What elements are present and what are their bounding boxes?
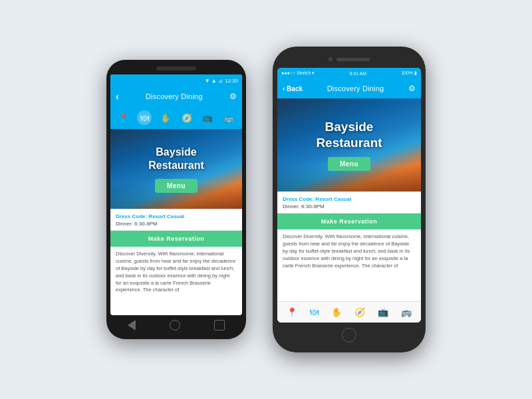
menu-button[interactable]: Menu xyxy=(155,179,198,193)
ios-description-text: Discover Diversity. With flavorsome, int… xyxy=(277,229,421,301)
ios-dinner-time-value: 6:30-9PM xyxy=(301,203,325,209)
ios-restaurant-name: BaysideRestaurant xyxy=(316,119,382,151)
explore-icon[interactable]: 🧭 xyxy=(180,110,194,125)
ios-back-button[interactable]: ‹ Back xyxy=(283,85,303,92)
ios-dress-code-value: Resort Casual xyxy=(315,196,351,202)
ios-menu-button[interactable]: Menu xyxy=(328,157,370,171)
android-status-icons: ▼ ▲ ⊿ xyxy=(205,78,223,84)
reservation-button[interactable]: Make Reservation xyxy=(110,231,242,247)
ios-reservation-button[interactable]: Make Reservation xyxy=(277,213,421,229)
ios-battery: 100% ▮ xyxy=(401,70,417,76)
ios-tab-bar: 📍 🍽 ✋ 🧭 📺 🚌 xyxy=(277,301,421,323)
android-screen: ▼ ▲ ⊿ 12:30 ‹ Discovery Dining ⚙ 📍 🍽 ✋ 🧭… xyxy=(110,74,242,315)
entertainment-icon[interactable]: 📺 xyxy=(200,110,215,125)
camera-dot xyxy=(329,57,332,61)
ios-status-bar: ●●●○○ Sketch ▾ 9:41 AM 100% ▮ xyxy=(277,68,421,78)
location-icon[interactable]: 📍 xyxy=(116,110,131,125)
android-phone: ▼ ▲ ⊿ 12:30 ‹ Discovery Dining ⚙ 📍 🍽 ✋ 🧭… xyxy=(106,60,246,339)
dress-code: Dress Code: Resort Casual xyxy=(116,213,237,219)
ios-speaker xyxy=(336,58,370,61)
info-section: Dress Code: Resort Casual Dinner: 6:30-9… xyxy=(110,209,242,231)
android-status-time: 12:30 xyxy=(225,78,238,84)
android-nav-bar xyxy=(110,318,242,332)
ios-screen: ●●●○○ Sketch ▾ 9:41 AM 100% ▮ ‹ Back Dis… xyxy=(277,68,421,323)
ios-home-bar xyxy=(277,326,421,344)
back-button[interactable]: ‹ xyxy=(116,91,119,102)
android-speaker xyxy=(156,66,196,70)
recent-nav-button[interactable] xyxy=(214,320,225,331)
ios-camera-bar xyxy=(277,55,421,64)
ios-tab-entertainment[interactable]: 📺 xyxy=(378,307,388,317)
ios-dress-code: Dress Code: Resort Casual xyxy=(283,196,416,202)
ios-tab-explore[interactable]: 🧭 xyxy=(354,307,365,317)
activities-icon[interactable]: ✋ xyxy=(158,110,173,125)
ios-app-header: ‹ Back Discovery Dining ⚙ xyxy=(277,78,421,98)
dress-code-value: Resort Casual xyxy=(148,213,184,219)
description-text: Discover Diversity. With flavorsome, int… xyxy=(110,247,242,315)
dinner-label: Dinner: xyxy=(116,221,133,227)
restaurant-name: BaysideRestaurant xyxy=(148,146,204,172)
ios-tab-dining[interactable]: 🍽 xyxy=(310,307,319,317)
ios-info-section: Dress Code: Resort Casual Dinner: 6:30-9… xyxy=(277,192,421,213)
hero-image: BaysideRestaurant Menu xyxy=(110,129,242,209)
ios-dress-code-label: Dress Code: xyxy=(283,196,314,202)
settings-icon[interactable]: ⚙ xyxy=(229,92,237,101)
ios-tab-activities[interactable]: ✋ xyxy=(331,307,342,317)
category-bar: 📍 🍽 ✋ 🧭 📺 🚌 xyxy=(110,106,242,129)
ios-settings-icon[interactable]: ⚙ xyxy=(408,84,416,93)
ios-hero-image: BaysideRestaurant Menu xyxy=(277,98,421,192)
ios-phone: ●●●○○ Sketch ▾ 9:41 AM 100% ▮ ‹ Back Dis… xyxy=(273,47,426,352)
ios-dinner-time: Dinner: 6:30-9PM xyxy=(283,203,416,209)
dinner-time: Dinner: 6:30-9PM xyxy=(116,221,237,227)
ios-time: 9:41 AM xyxy=(349,71,366,76)
ios-dinner-label: Dinner: xyxy=(283,203,300,209)
back-nav-button[interactable] xyxy=(128,320,136,331)
ios-carrier: ●●●○○ Sketch ▾ xyxy=(281,70,315,76)
home-nav-button[interactable] xyxy=(170,320,180,331)
dining-icon[interactable]: 🍽 xyxy=(137,110,152,125)
ios-page-title: Discovery Dining xyxy=(327,84,384,92)
ios-tab-transport[interactable]: 🚌 xyxy=(401,307,412,317)
page-title: Discovery Dining xyxy=(146,92,203,100)
ios-tab-location[interactable]: 📍 xyxy=(287,307,297,317)
android-status-bar: ▼ ▲ ⊿ 12:30 xyxy=(110,74,242,86)
app-header: ‹ Discovery Dining ⚙ xyxy=(110,86,242,106)
transport-icon[interactable]: 🚌 xyxy=(221,110,236,125)
dinner-time-value: 6:30-9PM xyxy=(134,221,158,227)
dress-code-label: Dress Code: xyxy=(116,213,147,219)
ios-home-button[interactable] xyxy=(342,328,356,342)
